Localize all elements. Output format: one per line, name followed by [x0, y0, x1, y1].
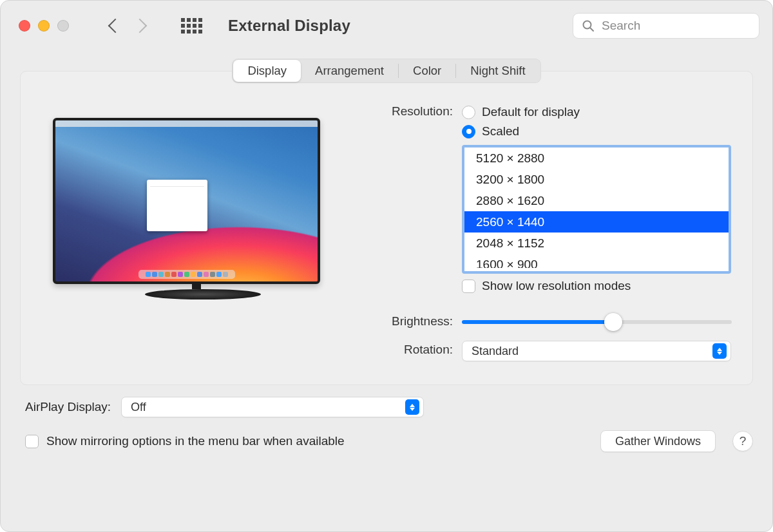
- display-preview: [53, 102, 339, 366]
- show-all-icon[interactable]: [181, 18, 202, 33]
- tab-color[interactable]: Color: [399, 60, 455, 82]
- tab-night-shift[interactable]: Night Shift: [456, 60, 539, 82]
- window-title: External Display: [228, 17, 350, 35]
- close-icon[interactable]: [19, 20, 30, 32]
- resolution-option[interactable]: 2048 × 1152: [464, 233, 729, 254]
- footer: AirPlay Display: Off Show mirroring opti…: [1, 385, 772, 452]
- svg-line-1: [590, 28, 593, 31]
- airplay-popup[interactable]: Off: [121, 397, 424, 417]
- resolution-option[interactable]: 1600 × 900: [464, 254, 729, 268]
- help-button[interactable]: ?: [732, 431, 753, 451]
- titlebar: External Display: [1, 1, 772, 51]
- tab-arrangement[interactable]: Arrangement: [301, 60, 398, 82]
- minimize-icon[interactable]: [38, 20, 50, 32]
- airplay-label: AirPlay Display:: [25, 400, 111, 414]
- rotation-popup[interactable]: Standard: [462, 341, 731, 361]
- chevron-up-down-icon: [712, 343, 727, 359]
- tab-display[interactable]: Display: [233, 60, 301, 82]
- resolution-default-radio[interactable]: Default for display: [462, 102, 732, 122]
- zoom-icon: [57, 20, 69, 32]
- resolution-option[interactable]: 2880 × 1620: [464, 190, 729, 211]
- radio-off-icon: [462, 106, 475, 119]
- resolution-option[interactable]: 3200 × 1800: [464, 169, 729, 190]
- tab-bar: Display Arrangement Color Night Shift: [1, 59, 772, 83]
- search-field-wrap: [573, 13, 759, 39]
- resolution-label: Resolution:: [359, 102, 462, 119]
- nav-buttons: [109, 21, 148, 31]
- airplay-value: Off: [131, 401, 405, 414]
- back-button[interactable]: [109, 21, 119, 31]
- search-icon: [582, 19, 595, 32]
- low-res-label: Show low resolution modes: [482, 279, 631, 293]
- resolution-default-label: Default for display: [482, 105, 580, 119]
- mirroring-checkbox[interactable]: [25, 435, 39, 448]
- resolution-option-selected[interactable]: 2560 × 1440: [464, 211, 729, 233]
- resolution-list[interactable]: 5120 × 2880 3200 × 1800 2880 × 1620 2560…: [462, 145, 731, 274]
- window-controls: [19, 20, 69, 32]
- resolution-option[interactable]: 5120 × 2880: [464, 147, 729, 169]
- monitor-icon: [53, 118, 320, 284]
- content-panel: Resolution: Default for display Scaled 5…: [20, 71, 753, 385]
- brightness-slider[interactable]: [462, 312, 732, 332]
- resolution-scaled-label: Scaled: [482, 124, 519, 138]
- forward-button: [137, 21, 148, 31]
- low-res-checkbox-row[interactable]: Show low resolution modes: [462, 279, 732, 293]
- radio-on-icon: [462, 125, 475, 138]
- gather-windows-button[interactable]: Gather Windows: [600, 430, 716, 452]
- resolution-scaled-radio[interactable]: Scaled: [462, 122, 732, 141]
- slider-thumb-icon[interactable]: [604, 313, 622, 331]
- mirroring-label: Show mirroring options in the menu bar w…: [46, 434, 345, 448]
- brightness-label: Brightness:: [359, 312, 462, 328]
- preferences-window: External Display Display Arrangement Col…: [0, 0, 773, 532]
- checkbox-icon[interactable]: [462, 280, 475, 293]
- search-input[interactable]: [573, 13, 759, 39]
- rotation-value: Standard: [472, 345, 712, 358]
- rotation-label: Rotation:: [359, 341, 462, 357]
- chevron-up-down-icon: [405, 399, 419, 415]
- settings-form: Resolution: Default for display Scaled 5…: [359, 102, 732, 366]
